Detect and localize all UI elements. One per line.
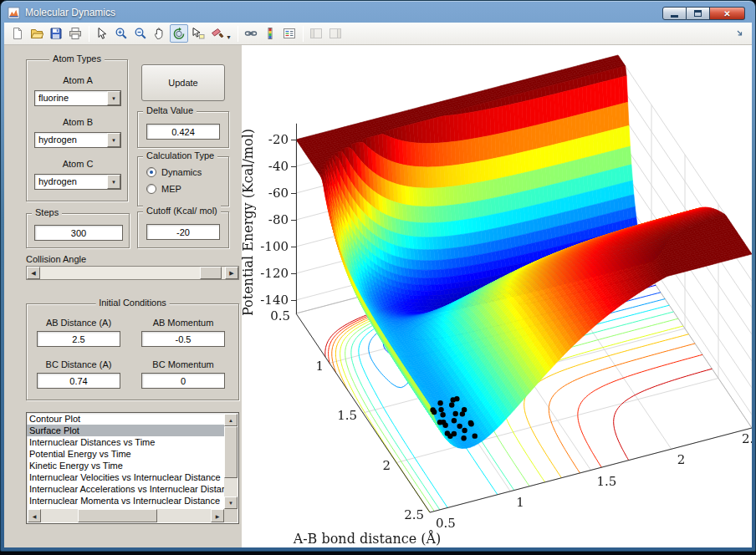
scrollbar-corner: [224, 509, 238, 522]
horizontal-scrollbar[interactable]: ◀ ▶: [28, 509, 224, 522]
printer-icon: [69, 27, 82, 40]
pan-button[interactable]: [151, 24, 169, 43]
show-plot-tools-button[interactable]: [326, 24, 345, 43]
toolbar-separator: [303, 26, 304, 42]
dynamics-radio-label[interactable]: Dynamics: [161, 167, 202, 177]
insert-colorbar-button[interactable]: [261, 24, 279, 43]
chevron-down-icon[interactable]: ▼: [107, 175, 120, 189]
close-button[interactable]: ✕: [710, 7, 745, 20]
chevron-down-icon[interactable]: ▼: [107, 133, 120, 147]
list-item[interactable]: Internuclear Momenta vs Internuclear Dis…: [27, 495, 224, 507]
brush-icon: [211, 27, 224, 40]
rotate-3d-button[interactable]: [170, 24, 188, 43]
save-figure-button[interactable]: [47, 24, 65, 43]
atom-c-label: Atom C: [27, 159, 129, 169]
delta-value-panel: Delta Value: [137, 111, 229, 148]
scroll-down-arrow[interactable]: ▼: [224, 496, 238, 509]
toolbar-separator: [238, 26, 238, 42]
ab-momentum-field[interactable]: [141, 331, 225, 347]
insert-legend-button[interactable]: [280, 24, 299, 43]
colorbar-icon: [263, 27, 277, 40]
list-item[interactable]: Contour Plot: [27, 413, 224, 425]
atom-a-value: fluorine: [38, 93, 69, 103]
plot-region: [242, 45, 752, 547]
link-plot-button[interactable]: [242, 24, 260, 43]
steps-field[interactable]: [34, 225, 123, 241]
delta-value-field[interactable]: [146, 124, 220, 140]
figure-toolbar: ▼: [4, 23, 752, 45]
initial-conditions-panel: Initial Conditions AB Distance (A) AB Mo…: [26, 303, 239, 400]
mep-radio-label[interactable]: MEP: [161, 184, 181, 194]
atom-b-select[interactable]: hydrogen ▼: [34, 132, 121, 148]
initial-conditions-title: Initial Conditions: [95, 298, 170, 308]
list-item[interactable]: Kinetic Energy vs Time: [27, 460, 224, 471]
bc-distance-label: BC Distance (A): [37, 359, 120, 369]
cutoff-field[interactable]: [146, 224, 220, 240]
bc-momentum-label: BC Momentum: [141, 359, 225, 369]
slider-left-arrow[interactable]: ◀: [27, 267, 40, 279]
scroll-right-arrow[interactable]: ▶: [211, 509, 224, 522]
atom-b-label: Atom B: [27, 117, 129, 127]
bc-momentum-field[interactable]: [141, 373, 225, 389]
hide-plot-tools-button[interactable]: [307, 24, 325, 43]
calculation-type-panel: Calculation Type Dynamics MEP: [137, 156, 229, 206]
atom-c-select[interactable]: hydrogen ▼: [34, 174, 121, 190]
pan-hand-icon: [153, 27, 166, 40]
bc-distance-field[interactable]: [37, 373, 120, 389]
brush-data-button[interactable]: [208, 24, 227, 43]
list-item[interactable]: Internuclear Distances vs Time: [27, 436, 224, 448]
maximize-button[interactable]: [687, 7, 710, 20]
update-button[interactable]: Update: [141, 64, 225, 101]
atom-types-panel: Atom Types Atom A fluorine ▼ Atom B hydr…: [26, 59, 128, 201]
dynamics-radio[interactable]: [146, 167, 156, 177]
scroll-left-arrow[interactable]: ◀: [28, 509, 41, 522]
vertical-scroll-thumb[interactable]: [224, 426, 238, 478]
zoom-out-button[interactable]: [131, 24, 150, 43]
app-window: Molecular Dynamics ✕ ▼: [0, 0, 756, 552]
desktop: Molecular Dynamics ✕ ▼: [0, 0, 756, 555]
print-figure-button[interactable]: [66, 24, 84, 43]
matlab-figure-icon: [8, 7, 20, 19]
edit-plot-button[interactable]: [93, 24, 111, 43]
list-item[interactable]: Potential Energy vs Time: [27, 448, 224, 460]
list-item[interactable]: Internuclear Velocities vs Internuclear …: [27, 471, 224, 483]
show-plot-tools-icon: [329, 27, 342, 40]
save-floppy-icon: [49, 27, 63, 40]
delta-value-title: Delta Value: [143, 105, 197, 115]
atom-types-title: Atom Types: [49, 53, 105, 64]
atom-a-label: Atom A: [27, 75, 129, 85]
horizontal-scroll-thumb[interactable]: [78, 509, 157, 522]
atom-b-value: hydrogen: [38, 135, 77, 145]
hide-plot-tools-icon: [309, 27, 323, 40]
atom-a-select[interactable]: fluorine ▼: [34, 90, 121, 106]
list-item[interactable]: Internuclear Accelerations vs Internucle…: [27, 483, 224, 495]
rotate-3d-icon: [172, 27, 186, 40]
zoom-in-button[interactable]: [112, 24, 130, 43]
cutoff-title: Cutoff (Kcal/ mol): [143, 206, 221, 216]
pes-3d-surface-plot[interactable]: [242, 45, 752, 547]
zoom-out-icon: [134, 27, 147, 40]
minimize-button[interactable]: [662, 7, 687, 20]
ab-distance-field[interactable]: [37, 331, 120, 347]
new-figure-button[interactable]: [8, 24, 27, 43]
zoom-in-icon: [115, 27, 128, 40]
collision-angle-slider[interactable]: ◀ ▶: [26, 266, 239, 280]
atom-c-value: hydrogen: [38, 176, 77, 186]
data-cursor-button[interactable]: [189, 24, 207, 43]
plot-type-listbox[interactable]: Contour Plot Surface Plot Internuclear D…: [26, 412, 239, 524]
scroll-up-arrow[interactable]: ▲: [224, 414, 238, 426]
chevron-down-icon[interactable]: ▼: [107, 91, 120, 105]
open-file-button[interactable]: [28, 24, 46, 43]
list-item-selected[interactable]: Surface Plot: [27, 425, 224, 436]
new-figure-icon: [11, 27, 24, 40]
legend-icon: [283, 27, 296, 40]
brush-dropdown-caret-icon[interactable]: ▼: [226, 34, 232, 40]
dock-arrow-icon: [735, 28, 745, 38]
steps-panel: Steps: [26, 213, 130, 248]
titlebar[interactable]: Molecular Dynamics ✕: [4, 3, 752, 23]
slider-right-arrow[interactable]: ▶: [225, 267, 238, 279]
slider-thumb[interactable]: [200, 267, 222, 279]
mep-radio[interactable]: [146, 184, 156, 194]
dock-figure-button[interactable]: [733, 27, 747, 40]
vertical-scrollbar[interactable]: ▲ ▼: [224, 414, 238, 509]
